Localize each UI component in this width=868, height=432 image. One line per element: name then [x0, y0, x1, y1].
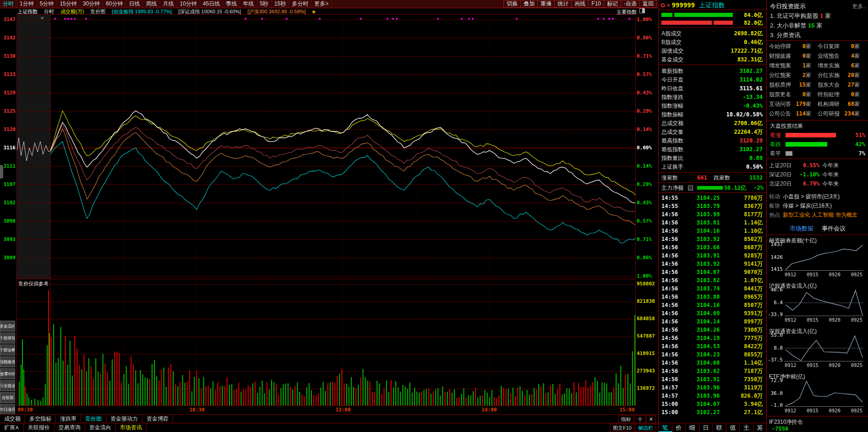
tips-item[interactable]: 2. 大小非解禁 15 家	[770, 22, 822, 30]
event-label: 增发实施	[818, 62, 842, 69]
volume-axis-label: 273943	[637, 368, 658, 374]
toolbar-button--自选[interactable]: -自选	[621, 0, 639, 8]
function-tab-交易查询[interactable]: 交易查询	[55, 423, 85, 432]
event-label: 机构调研	[818, 100, 842, 108]
event-count: 27	[842, 81, 854, 88]
intraday-chart[interactable]	[16, 14, 636, 406]
sidebar-button-放量935[interactable]: 放量935	[0, 368, 15, 379]
sidebar-button-昨日涨停[interactable]: 昨日涨停	[0, 404, 15, 415]
tick-tab-联[interactable]: 联	[713, 423, 726, 432]
period-tab-周线[interactable]: 周线	[143, 0, 160, 8]
tick-tab-日[interactable]: 日	[699, 423, 713, 432]
tips-item-no: 2. 大小非解禁	[770, 22, 808, 29]
chart-header-item-6[interactable]: [沪深300 3692.89 -0.58%]	[247, 9, 306, 14]
toolbar-button-画线[interactable]: 画线	[571, 0, 588, 8]
sidebar-button-行业掘金[interactable]: 行业掘金	[0, 380, 15, 391]
chart-header-item-4[interactable]: [创业板指 1989.83 -0.77%]	[112, 9, 172, 14]
menu-icon[interactable]: ≡	[666, 2, 670, 9]
tick-row: 14:563103.928502万	[659, 235, 766, 243]
stock-code[interactable]: 999999	[671, 1, 695, 9]
event-label: 公司研报	[818, 110, 842, 117]
tick-tab-细[interactable]: 细	[686, 423, 699, 432]
toolbar-button-统计[interactable]: 统计	[554, 0, 571, 8]
panel-toggle-icon[interactable]	[639, 8, 645, 13]
period-tab-60分钟[interactable]: 60分钟	[103, 0, 126, 8]
sidebar-collapse-handle[interactable]	[0, 165, 3, 179]
period-tab-15秒[interactable]: 15秒	[272, 0, 289, 8]
quote-row-value: 3102.27	[739, 145, 763, 154]
period-tab-多分时[interactable]: 多分时	[289, 0, 311, 8]
price-axis-label: 3120	[0, 126, 16, 133]
period-tab-30分钟[interactable]: 30分钟	[80, 0, 103, 8]
tick-tab-主[interactable]: 主	[740, 423, 753, 432]
mini-chart-xtick: 0920	[829, 362, 840, 368]
period-tab-10分钟[interactable]: 10分钟	[177, 0, 200, 8]
function-tab-关联报价[interactable]: 关联报价	[24, 423, 55, 432]
tick-volume: 3119万	[744, 383, 763, 392]
function-tab-市场资讯[interactable]: 市场资讯	[116, 423, 147, 432]
sidebar-button-个股研报[interactable]: 个股研报	[0, 333, 15, 344]
price-axis-label: 3129	[0, 90, 16, 96]
bottom-tab-涨跌率[interactable]: 涨跌率	[56, 415, 81, 423]
bottom-tab-资金驱动力[interactable]: 资金驱动力	[106, 415, 142, 423]
period-tab-5分钟[interactable]: 5分钟	[37, 0, 57, 8]
tick-row: 14:563104.238655万	[659, 350, 766, 359]
tick-tab-价[interactable]: 价	[672, 423, 686, 432]
tick-time: 14:56	[661, 334, 678, 342]
toolbar-button-标记[interactable]: 标记	[604, 0, 621, 8]
tick-tab-笔[interactable]: 笔	[659, 423, 672, 432]
bottom-tab-资金博弈[interactable]: 资金博弈	[142, 415, 173, 423]
toolbar-button-切换[interactable]: 切换	[503, 0, 520, 8]
sidebar-button-含权股[interactable]: 含权股	[0, 392, 15, 403]
chart-header-item-7[interactable]: ♣	[312, 9, 315, 14]
toolbar-button-返回[interactable]: 返回	[639, 0, 657, 8]
tips-item-suffix: 家	[823, 12, 831, 19]
sidebar-button-资金流向[interactable]: 资金流向	[0, 321, 15, 332]
period-tab-日线[interactable]: 日线	[126, 0, 143, 8]
bottom-tab-竞价图[interactable]: 竞价图	[81, 415, 106, 423]
volume-axis-label: 958802	[637, 281, 658, 287]
tick-row: 14:563103.888965万	[659, 293, 766, 301]
tips-item[interactable]: 3. 分类资讯	[770, 31, 800, 39]
tips-more-link[interactable]: 更多..	[852, 3, 866, 11]
tips-item[interactable]: 1. 北证可申购新股 1 家	[770, 12, 831, 20]
layout-control-侧边栏[interactable]: 侧边栏	[635, 424, 656, 432]
pct-axis-label: 0.43%	[637, 90, 658, 96]
close-icon[interactable]: ✕	[40, 16, 44, 21]
tick-tab-值[interactable]: 值	[726, 423, 740, 432]
tick-tab-筹[interactable]: 筹	[753, 423, 767, 432]
period-tab-15分钟[interactable]: 15分钟	[57, 0, 80, 8]
function-tab-扩展∧[interactable]: 扩展∧	[0, 423, 24, 432]
chart-header-item-5[interactable]: [深证成指 10060.15 -0.60%]	[178, 9, 241, 14]
toolbar-button-重播[interactable]: 重播	[537, 0, 554, 8]
toolbar-button-叠加[interactable]: 叠加	[520, 0, 537, 8]
period-tab-季线[interactable]: 季线	[223, 0, 240, 8]
sidebar-button-投顾服务[interactable]: 投顾服务	[0, 356, 15, 367]
sidebar-button-个股诊断[interactable]: 个股诊断	[0, 345, 15, 355]
tick-price: 3104.07	[690, 268, 726, 276]
period-tab-45日线[interactable]: 45日线	[200, 0, 223, 8]
price-axis-label: 3107	[0, 181, 16, 188]
period-tab-月线[interactable]: 月线	[160, 0, 177, 8]
indicator-control-十[interactable]: 十	[635, 415, 645, 423]
period-tab-1分钟[interactable]: 1分钟	[17, 0, 37, 8]
sell-flow-bar2	[714, 21, 733, 25]
period-tab-年线[interactable]: 年线	[240, 0, 257, 8]
market-data-tab-事件会议[interactable]: 事件会议	[822, 224, 846, 233]
period-tab-5秒[interactable]: 5秒	[257, 0, 272, 8]
indicator-control-✕[interactable]: ✕	[646, 415, 656, 423]
tick-time: 14:56	[661, 359, 678, 367]
indicator-control-指标[interactable]: 指标	[618, 415, 634, 423]
layout-control-图文F10[interactable]: 图文F10	[610, 424, 634, 432]
detail-list-icon[interactable]	[688, 185, 693, 191]
period-tab-分时[interactable]: 分时	[0, 0, 17, 8]
tick-time: 14:56	[661, 219, 678, 227]
tick-price: 3104.14	[690, 317, 726, 326]
bottom-tab-成交额[interactable]: 成交额	[0, 415, 25, 423]
stock-name[interactable]: 上证指数	[699, 1, 725, 9]
market-data-tab-市场数据[interactable]: 市场数据	[790, 224, 813, 233]
bottom-tab-多空指标[interactable]: 多空指标	[25, 415, 56, 423]
function-tab-资金流向[interactable]: 资金流向	[85, 423, 116, 432]
period-tab-更多>[interactable]: 更多>	[311, 0, 332, 8]
toolbar-button-F10[interactable]: F10	[588, 0, 604, 8]
